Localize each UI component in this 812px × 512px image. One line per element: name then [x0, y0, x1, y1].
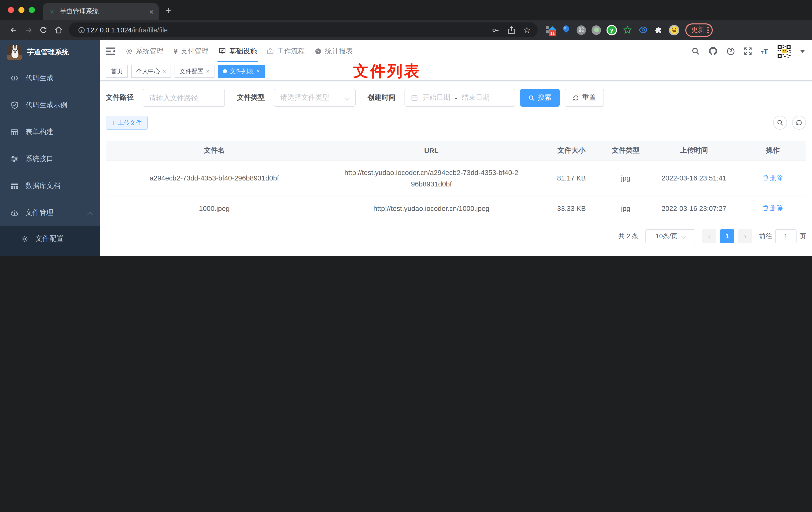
cloud-download-icon [10, 209, 19, 217]
nav-item-workflow[interactable]: 工作流程 [262, 40, 310, 62]
header-search-icon[interactable] [692, 47, 700, 55]
nav-item-payment[interactable]: 支付管理 [169, 40, 214, 62]
tag-label: 首页 [111, 67, 123, 76]
page-content: 文件路径 文件类型 请选择文件类型 创建时间 开始日期 - 结束日期 [100, 81, 812, 256]
date-range-picker[interactable]: 开始日期 - 结束日期 [405, 89, 515, 107]
tag-close-icon[interactable] [206, 68, 209, 75]
avatar[interactable] [777, 43, 791, 59]
sidebar-item-file-config[interactable]: 文件配置 [0, 226, 100, 251]
sidebar-toggle-icon[interactable] [106, 48, 115, 55]
sidebar-item-label: 系统接口 [25, 155, 92, 163]
prev-page-button[interactable] [702, 229, 716, 243]
back-icon[interactable] [6, 23, 21, 37]
cell-file-size: 33.33 KB [540, 196, 603, 221]
cell-file-type: jpg [603, 196, 649, 221]
browser-menu-kebab-icon[interactable] [707, 27, 709, 33]
sidebar-item-file-manage[interactable]: 文件管理 [0, 200, 100, 226]
tag-file-list[interactable]: 文件列表 [218, 65, 265, 78]
browser-toolbar: 127.0.0.1:1024/infra/file/file 11 [0, 20, 812, 40]
file-path-input-field[interactable] [149, 94, 219, 102]
sidebar-item-system-api[interactable]: 系统接口 [0, 146, 100, 173]
select-caret-icon [681, 234, 686, 239]
new-tab-button[interactable] [166, 5, 171, 16]
zoom-window-button[interactable] [29, 7, 35, 13]
nav-item-system[interactable]: 系统管理 [121, 40, 169, 62]
sidebar-item-code-gen[interactable]: 代码生成 [0, 65, 100, 92]
upload-file-button[interactable]: 上传文件 [106, 116, 148, 130]
text-size-icon[interactable] [761, 47, 768, 55]
extension-command-icon[interactable] [577, 25, 586, 35]
delete-button[interactable]: 删除 [763, 172, 783, 183]
home-icon[interactable] [51, 23, 66, 37]
tab-close-icon[interactable] [149, 7, 154, 16]
col-file-name: 文件名 [106, 141, 323, 160]
page-size-select[interactable]: 10条/页 [645, 229, 695, 243]
col-url: URL [323, 141, 540, 160]
browser-update-button[interactable]: 更新 [685, 23, 713, 37]
nav-item-infrastructure[interactable]: 基础设施 [214, 40, 262, 62]
sidebar-logo-row[interactable]: 芋道管理系统 [0, 40, 100, 65]
refresh-icon [795, 119, 803, 126]
refresh-table-button[interactable] [792, 116, 806, 130]
current-page-button[interactable]: 1 [720, 229, 734, 243]
tag-file-config[interactable]: 文件配置 [175, 65, 214, 78]
file-type-select[interactable]: 请选择文件类型 [274, 89, 356, 107]
shield-check-icon [10, 101, 19, 109]
file-path-input[interactable] [143, 89, 225, 107]
reload-icon[interactable] [36, 23, 51, 37]
help-icon[interactable] [726, 47, 735, 56]
cell-file-name: a294ecb2-73dd-4353-bf40-296b8931d0bf [106, 160, 323, 196]
app-logo [7, 45, 22, 60]
extension-star-icon[interactable] [622, 25, 633, 35]
tag-close-icon[interactable] [256, 68, 260, 75]
fullscreen-icon[interactable] [744, 47, 752, 55]
site-info-icon[interactable] [76, 23, 87, 37]
sidebar-item-code-gen-example[interactable]: 代码生成示例 [0, 92, 100, 119]
passwords-key-icon[interactable] [491, 26, 500, 34]
github-icon[interactable] [708, 47, 718, 56]
bookmark-star-icon[interactable] [523, 25, 531, 35]
avatar-caret-icon[interactable] [800, 50, 805, 53]
sidebar-item-form-builder[interactable]: 表单构建 [0, 119, 100, 146]
browser-tab[interactable]: 芋道管理系统 [43, 3, 158, 20]
search-button-label: 搜索 [538, 93, 552, 102]
refresh-icon [573, 94, 579, 101]
extension-badge: 11 [549, 30, 556, 36]
browser-tabstrip: 芋道管理系统 [0, 0, 812, 20]
tag-home[interactable]: 首页 [106, 65, 128, 78]
extension-dot-icon[interactable] [591, 25, 601, 35]
share-icon[interactable] [508, 26, 515, 34]
url-path: /infra/file/file [132, 26, 168, 34]
nav-item-label: 支付管理 [181, 47, 209, 56]
tag-profile[interactable]: 个人中心 [131, 65, 171, 78]
delete-button[interactable]: 删除 [763, 202, 783, 214]
minimize-window-button[interactable] [19, 7, 24, 13]
tag-label: 文件配置 [179, 67, 203, 76]
address-bar[interactable]: 127.0.0.1:1024/infra/file/file [69, 23, 538, 37]
goto-page-input[interactable] [775, 229, 796, 243]
table-row: 1000.jpeg http://test.yudao.iocoder.cn/1… [106, 196, 806, 221]
goto-unit-label: 页 [800, 232, 806, 241]
toggle-search-button[interactable] [773, 116, 787, 130]
forward-icon[interactable] [21, 23, 36, 37]
extension-puzzle-icon[interactable] [654, 25, 663, 35]
sidebar-item-db-doc[interactable]: 数据库文档 [0, 173, 100, 200]
col-file-size: 文件大小 [540, 141, 603, 160]
extension-diamond-icon[interactable]: 11 [546, 25, 556, 35]
search-icon [528, 94, 535, 101]
sidebar-item-file-list[interactable]: 文件列表 [0, 251, 100, 256]
close-window-button[interactable] [8, 7, 14, 13]
cell-file-type: jpg [603, 160, 649, 196]
window-controls[interactable] [8, 7, 35, 13]
tag-close-icon[interactable] [163, 68, 166, 75]
extension-y-icon[interactable] [607, 25, 617, 35]
extension-eye-icon[interactable] [638, 25, 648, 35]
extension-emoji-icon[interactable] [669, 25, 679, 35]
search-button[interactable]: 搜索 [520, 89, 560, 107]
extension-balloon-icon[interactable] [561, 25, 571, 35]
nav-item-reports[interactable]: 统计报表 [310, 40, 358, 62]
sliders-icon [10, 155, 19, 163]
next-page-button[interactable] [738, 229, 752, 243]
reset-button[interactable]: 重置 [564, 89, 604, 107]
pagination-total: 共 2 条 [618, 232, 638, 241]
